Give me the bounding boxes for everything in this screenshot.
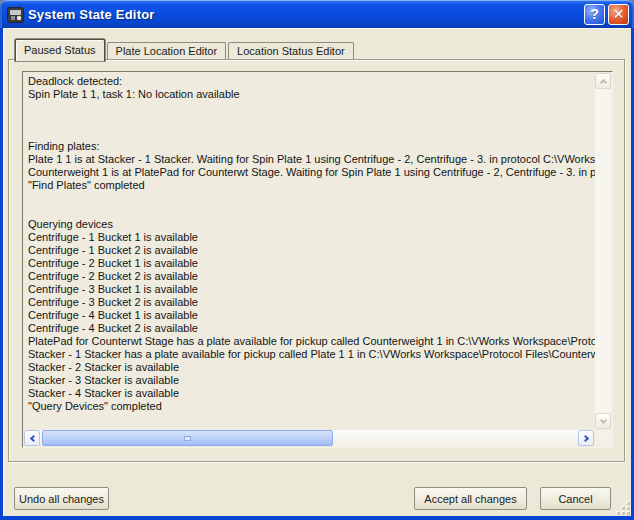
scroll-left-button[interactable]	[24, 430, 40, 446]
scroll-right-button[interactable]	[578, 430, 594, 446]
paused-status-tab-page: Deadlock detected: Spin Plate 1 1, task …	[8, 59, 625, 462]
system-state-editor-window: System State Editor ? ✕ Paused Status Pl…	[0, 0, 634, 520]
undo-all-changes-button[interactable]: Undo all changes	[14, 487, 109, 510]
status-log-text: Deadlock detected: Spin Plate 1 1, task …	[23, 72, 595, 430]
window-title: System State Editor	[28, 7, 584, 22]
close-button[interactable]: ✕	[608, 4, 629, 25]
tab-plate-location-editor[interactable]: Plate Location Editor	[107, 42, 227, 60]
help-button[interactable]: ?	[584, 4, 605, 25]
tab-paused-status[interactable]: Paused Status	[15, 39, 105, 61]
chevron-down-icon	[599, 416, 606, 423]
status-log-area[interactable]: Deadlock detected: Spin Plate 1 1, task …	[22, 71, 613, 448]
chevron-left-icon	[29, 434, 36, 441]
titlebar[interactable]: System State Editor ? ✕	[0, 0, 634, 28]
resize-grip[interactable]	[617, 502, 630, 515]
scroll-down-button[interactable]	[595, 413, 611, 429]
app-icon	[7, 6, 24, 23]
scroll-thumb-grip	[184, 436, 191, 441]
help-icon: ?	[590, 7, 599, 21]
dialog-body: Paused Status Plate Location Editor Loca…	[0, 28, 634, 520]
chevron-up-icon	[599, 78, 606, 85]
cancel-button[interactable]: Cancel	[540, 487, 611, 510]
tab-location-status-editor[interactable]: Location Status Editor	[228, 42, 354, 60]
horizontal-scroll-track[interactable]	[40, 430, 578, 446]
scroll-up-button[interactable]	[595, 73, 611, 89]
tab-strip: Paused Status Plate Location Editor Loca…	[15, 38, 356, 60]
horizontal-scrollbar[interactable]	[24, 430, 594, 446]
chevron-right-icon	[581, 434, 588, 441]
horizontal-scroll-thumb[interactable]	[42, 430, 333, 446]
close-icon: ✕	[613, 7, 625, 21]
vertical-scrollbar[interactable]	[595, 73, 611, 429]
accept-all-changes-button[interactable]: Accept all changes	[414, 487, 527, 510]
scrollbar-corner	[595, 430, 611, 446]
